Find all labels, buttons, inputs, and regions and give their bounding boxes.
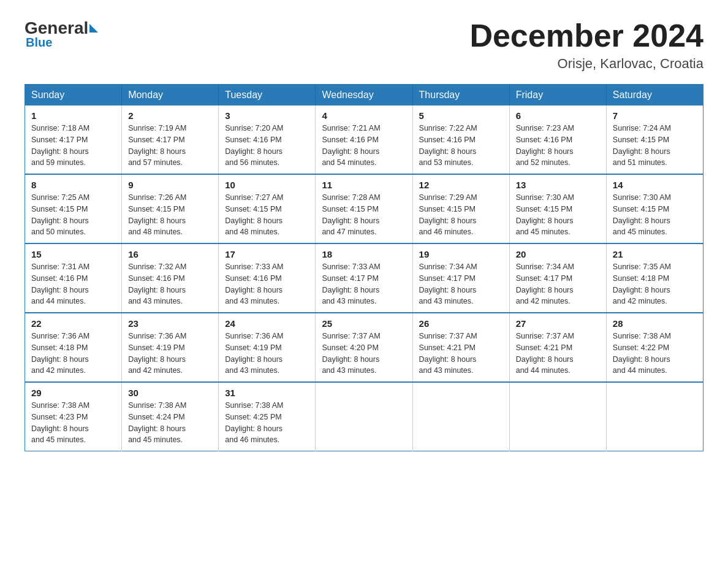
day-number: 30 xyxy=(128,388,212,398)
calendar-cell: 11 Sunrise: 7:28 AMSunset: 4:15 PMDaylig… xyxy=(316,174,412,243)
day-info: Sunrise: 7:21 AMSunset: 4:16 PMDaylight:… xyxy=(322,124,380,167)
day-info: Sunrise: 7:33 AMSunset: 4:17 PMDaylight:… xyxy=(322,262,380,305)
day-number: 20 xyxy=(516,249,600,259)
day-info: Sunrise: 7:38 AMSunset: 4:24 PMDaylight:… xyxy=(128,401,186,444)
calendar-cell: 1 Sunrise: 7:18 AMSunset: 4:17 PMDayligh… xyxy=(25,105,122,174)
day-info: Sunrise: 7:33 AMSunset: 4:16 PMDaylight:… xyxy=(225,262,283,305)
weekday-header-sunday: Sunday xyxy=(25,85,122,106)
calendar-cell: 28 Sunrise: 7:38 AMSunset: 4:22 PMDaylig… xyxy=(606,313,703,382)
day-number: 6 xyxy=(516,110,600,121)
day-info: Sunrise: 7:27 AMSunset: 4:15 PMDaylight:… xyxy=(225,193,283,236)
location-text: Orisje, Karlovac, Croatia xyxy=(469,56,703,72)
weekday-header-friday: Friday xyxy=(509,85,606,106)
calendar-cell: 16 Sunrise: 7:32 AMSunset: 4:16 PMDaylig… xyxy=(122,243,219,313)
page-header: General Blue December 2024 Orisje, Karlo… xyxy=(25,18,703,72)
day-info: Sunrise: 7:37 AMSunset: 4:21 PMDaylight:… xyxy=(516,332,574,375)
day-number: 28 xyxy=(613,318,697,329)
day-info: Sunrise: 7:30 AMSunset: 4:15 PMDaylight:… xyxy=(516,193,574,236)
weekday-header-thursday: Thursday xyxy=(412,85,509,106)
logo: General Blue xyxy=(25,18,98,50)
day-info: Sunrise: 7:30 AMSunset: 4:15 PMDaylight:… xyxy=(613,193,671,236)
day-number: 25 xyxy=(322,318,406,329)
day-number: 9 xyxy=(128,180,212,190)
day-number: 19 xyxy=(419,249,503,259)
day-info: Sunrise: 7:36 AMSunset: 4:19 PMDaylight:… xyxy=(225,332,283,375)
calendar-cell: 8 Sunrise: 7:25 AMSunset: 4:15 PMDayligh… xyxy=(25,174,122,243)
day-number: 23 xyxy=(128,318,212,329)
week-row-5: 29 Sunrise: 7:38 AMSunset: 4:23 PMDaylig… xyxy=(25,382,703,451)
week-row-3: 15 Sunrise: 7:31 AMSunset: 4:16 PMDaylig… xyxy=(25,243,703,313)
logo-blue: Blue xyxy=(26,36,52,50)
calendar-cell: 24 Sunrise: 7:36 AMSunset: 4:19 PMDaylig… xyxy=(219,313,316,382)
calendar-cell: 4 Sunrise: 7:21 AMSunset: 4:16 PMDayligh… xyxy=(316,105,412,174)
day-number: 5 xyxy=(419,110,503,121)
calendar-cell: 15 Sunrise: 7:31 AMSunset: 4:16 PMDaylig… xyxy=(25,243,122,313)
calendar-cell xyxy=(509,382,606,451)
calendar-cell: 6 Sunrise: 7:23 AMSunset: 4:16 PMDayligh… xyxy=(509,105,606,174)
calendar-cell: 14 Sunrise: 7:30 AMSunset: 4:15 PMDaylig… xyxy=(606,174,703,243)
day-info: Sunrise: 7:38 AMSunset: 4:23 PMDaylight:… xyxy=(31,401,89,444)
day-number: 3 xyxy=(225,110,309,121)
day-info: Sunrise: 7:23 AMSunset: 4:16 PMDaylight:… xyxy=(516,124,574,167)
calendar-cell: 20 Sunrise: 7:34 AMSunset: 4:17 PMDaylig… xyxy=(509,243,606,313)
calendar-cell: 9 Sunrise: 7:26 AMSunset: 4:15 PMDayligh… xyxy=(122,174,219,243)
day-info: Sunrise: 7:38 AMSunset: 4:22 PMDaylight:… xyxy=(613,332,671,375)
day-number: 22 xyxy=(31,318,115,329)
calendar-cell: 26 Sunrise: 7:37 AMSunset: 4:21 PMDaylig… xyxy=(412,313,509,382)
calendar-cell: 18 Sunrise: 7:33 AMSunset: 4:17 PMDaylig… xyxy=(316,243,412,313)
day-number: 12 xyxy=(419,180,503,190)
weekday-header-monday: Monday xyxy=(122,85,219,106)
day-number: 24 xyxy=(225,318,309,329)
weekday-header-wednesday: Wednesday xyxy=(316,85,412,106)
day-number: 2 xyxy=(128,110,212,121)
calendar-cell: 17 Sunrise: 7:33 AMSunset: 4:16 PMDaylig… xyxy=(219,243,316,313)
day-info: Sunrise: 7:35 AMSunset: 4:18 PMDaylight:… xyxy=(613,262,671,305)
day-number: 27 xyxy=(516,318,600,329)
month-year-title: December 2024 xyxy=(469,18,703,53)
calendar-cell: 19 Sunrise: 7:34 AMSunset: 4:17 PMDaylig… xyxy=(412,243,509,313)
weekday-header-row: SundayMondayTuesdayWednesdayThursdayFrid… xyxy=(25,85,703,106)
day-info: Sunrise: 7:36 AMSunset: 4:19 PMDaylight:… xyxy=(128,332,186,375)
day-info: Sunrise: 7:24 AMSunset: 4:15 PMDaylight:… xyxy=(613,124,671,167)
day-number: 10 xyxy=(225,180,309,190)
day-number: 18 xyxy=(322,249,406,259)
logo-arrow-icon xyxy=(89,24,98,33)
week-row-4: 22 Sunrise: 7:36 AMSunset: 4:18 PMDaylig… xyxy=(25,313,703,382)
calendar-cell: 31 Sunrise: 7:38 AMSunset: 4:25 PMDaylig… xyxy=(219,382,316,451)
day-info: Sunrise: 7:31 AMSunset: 4:16 PMDaylight:… xyxy=(31,262,89,305)
day-number: 21 xyxy=(613,249,697,259)
calendar-cell: 7 Sunrise: 7:24 AMSunset: 4:15 PMDayligh… xyxy=(606,105,703,174)
calendar-cell: 12 Sunrise: 7:29 AMSunset: 4:15 PMDaylig… xyxy=(412,174,509,243)
day-info: Sunrise: 7:29 AMSunset: 4:15 PMDaylight:… xyxy=(419,193,477,236)
calendar-cell: 29 Sunrise: 7:38 AMSunset: 4:23 PMDaylig… xyxy=(25,382,122,451)
day-number: 15 xyxy=(31,249,115,259)
calendar-cell: 13 Sunrise: 7:30 AMSunset: 4:15 PMDaylig… xyxy=(509,174,606,243)
day-number: 11 xyxy=(322,180,406,190)
calendar-cell xyxy=(606,382,703,451)
calendar-cell xyxy=(412,382,509,451)
calendar-table: SundayMondayTuesdayWednesdayThursdayFrid… xyxy=(25,84,703,451)
day-info: Sunrise: 7:25 AMSunset: 4:15 PMDaylight:… xyxy=(31,193,89,236)
day-number: 14 xyxy=(613,180,697,190)
day-number: 13 xyxy=(516,180,600,190)
week-row-1: 1 Sunrise: 7:18 AMSunset: 4:17 PMDayligh… xyxy=(25,105,703,174)
day-number: 1 xyxy=(31,110,115,121)
day-number: 16 xyxy=(128,249,212,259)
day-info: Sunrise: 7:36 AMSunset: 4:18 PMDaylight:… xyxy=(31,332,89,375)
calendar-cell: 25 Sunrise: 7:37 AMSunset: 4:20 PMDaylig… xyxy=(316,313,412,382)
calendar-cell: 30 Sunrise: 7:38 AMSunset: 4:24 PMDaylig… xyxy=(122,382,219,451)
day-info: Sunrise: 7:32 AMSunset: 4:16 PMDaylight:… xyxy=(128,262,186,305)
calendar-cell: 5 Sunrise: 7:22 AMSunset: 4:16 PMDayligh… xyxy=(412,105,509,174)
day-number: 17 xyxy=(225,249,309,259)
day-info: Sunrise: 7:34 AMSunset: 4:17 PMDaylight:… xyxy=(516,262,574,305)
calendar-cell: 22 Sunrise: 7:36 AMSunset: 4:18 PMDaylig… xyxy=(25,313,122,382)
day-info: Sunrise: 7:20 AMSunset: 4:16 PMDaylight:… xyxy=(225,124,283,167)
day-info: Sunrise: 7:26 AMSunset: 4:15 PMDaylight:… xyxy=(128,193,186,236)
calendar-cell: 27 Sunrise: 7:37 AMSunset: 4:21 PMDaylig… xyxy=(509,313,606,382)
weekday-header-saturday: Saturday xyxy=(606,85,703,106)
day-info: Sunrise: 7:28 AMSunset: 4:15 PMDaylight:… xyxy=(322,193,380,236)
day-info: Sunrise: 7:37 AMSunset: 4:20 PMDaylight:… xyxy=(322,332,380,375)
day-info: Sunrise: 7:38 AMSunset: 4:25 PMDaylight:… xyxy=(225,401,283,444)
calendar-cell: 3 Sunrise: 7:20 AMSunset: 4:16 PMDayligh… xyxy=(219,105,316,174)
calendar-cell: 2 Sunrise: 7:19 AMSunset: 4:17 PMDayligh… xyxy=(122,105,219,174)
